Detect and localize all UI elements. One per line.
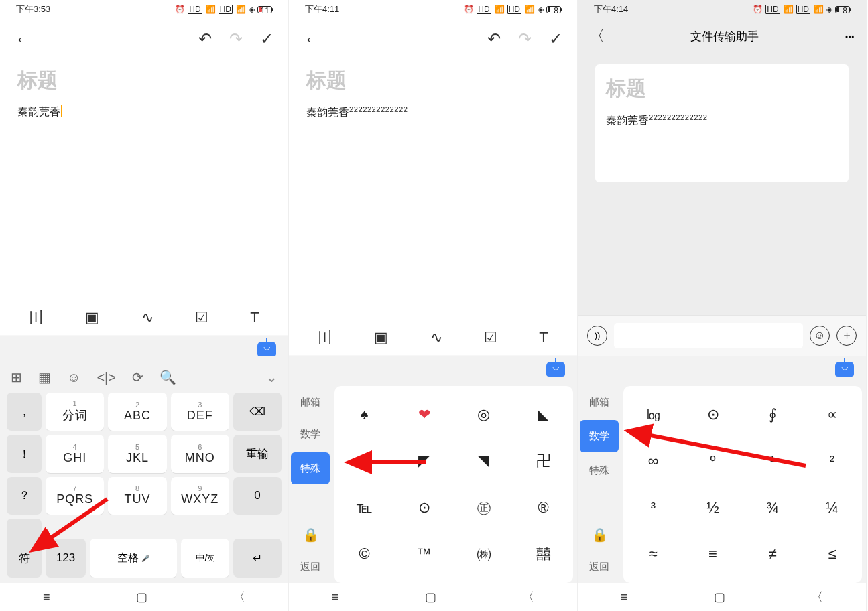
home-icon[interactable]: ▢	[425, 590, 436, 604]
key-8[interactable]: 8TUV	[108, 477, 166, 515]
sym-key[interactable]: ㏒	[623, 391, 683, 438]
checklist-icon[interactable]: ☑	[484, 329, 497, 346]
editor-content[interactable]: 标题 秦韵莞香2222222222222	[289, 59, 577, 320]
sym-key[interactable]: ◥	[454, 438, 513, 485]
sym-key[interactable]: ∮	[743, 391, 802, 438]
cat-special[interactable]: 特殊	[578, 454, 621, 486]
key-9[interactable]: 9WXYZ	[171, 477, 229, 515]
key-3[interactable]: 3DEF	[171, 393, 229, 431]
sym-key[interactable]: ®	[513, 484, 573, 531]
sym-key[interactable]: ∝	[802, 391, 862, 438]
sym-key[interactable]: ²	[802, 438, 862, 485]
sym-key[interactable]: ㈱	[454, 531, 513, 578]
cat-email[interactable]: 邮箱	[578, 386, 621, 418]
cat-math[interactable]: 数学	[289, 418, 332, 450]
draw-icon[interactable]: ∿	[430, 329, 442, 346]
sym-key[interactable]: ⊙	[683, 391, 743, 438]
sym-key[interactable]: ¼	[802, 484, 862, 531]
image-icon[interactable]: ▣	[85, 309, 99, 326]
back-icon[interactable]: ←	[15, 29, 32, 50]
sym-key[interactable]: ≡	[683, 531, 743, 578]
cat-return[interactable]: 返回	[578, 551, 621, 583]
number-key[interactable]: 123	[46, 539, 86, 578]
zero-key[interactable]: 0	[233, 477, 282, 515]
lock-icon[interactable]: 🔒	[289, 519, 332, 551]
draw-icon[interactable]: ∿	[141, 309, 153, 326]
key-7[interactable]: 7PQRS	[46, 477, 104, 515]
text-style-icon[interactable]: T	[250, 309, 259, 326]
title-placeholder[interactable]: 标题	[306, 67, 560, 94]
sym-key[interactable]: ¹	[743, 438, 802, 485]
space-key[interactable]: 空格🎤	[90, 539, 177, 578]
sym-key[interactable]: ❤	[394, 391, 454, 438]
body-text[interactable]: 秦韵莞香2222222222222	[306, 104, 560, 121]
sym-key[interactable]: ½	[683, 484, 743, 531]
sym-key[interactable]: ◣	[513, 391, 573, 438]
plus-icon[interactable]: ＋	[836, 326, 857, 346]
more-icon[interactable]: ···	[845, 29, 854, 44]
sym-key[interactable]: ≈	[623, 531, 683, 578]
key-1[interactable]: 1分词	[46, 393, 104, 431]
punct-key[interactable]: ，	[7, 393, 42, 431]
sym-key[interactable]: ≠	[743, 531, 802, 578]
sym-key[interactable]: ⊙	[394, 484, 454, 531]
punct-key[interactable]: ！	[7, 435, 42, 473]
sym-key[interactable]: ♠	[334, 391, 394, 438]
cursor-icon[interactable]: <|>	[97, 370, 116, 385]
key-6[interactable]: 6MNO	[171, 435, 229, 473]
sym-key[interactable]: ³	[623, 484, 683, 531]
paste-icon[interactable]: ⟳	[132, 369, 143, 385]
ime-robot-icon[interactable]	[257, 342, 276, 356]
ime-robot-icon[interactable]	[835, 362, 854, 377]
undo-icon[interactable]: ↶	[198, 29, 212, 48]
redo-icon[interactable]: ↷	[518, 29, 532, 48]
redo-icon[interactable]: ↷	[229, 29, 243, 48]
recent-icon[interactable]: ≡	[621, 590, 628, 604]
sym-key[interactable]: ◤	[394, 438, 454, 485]
home-icon[interactable]: ▢	[714, 590, 725, 604]
message-input[interactable]	[614, 323, 803, 348]
sym-key[interactable]: ㊣	[454, 484, 513, 531]
emoji-icon[interactable]: ☺	[810, 326, 830, 346]
text-style-icon[interactable]: T	[539, 329, 548, 346]
sym-key[interactable]: ™	[394, 531, 454, 578]
confirm-icon[interactable]: ✓	[549, 29, 562, 48]
sym-key[interactable]: ℡	[334, 484, 394, 531]
key-5[interactable]: 5JKL	[108, 435, 166, 473]
recent-icon[interactable]: ≡	[43, 590, 50, 604]
nav-back-icon[interactable]: 〈	[233, 589, 245, 605]
format-icon[interactable]: 〣	[318, 328, 332, 348]
backspace-key[interactable]: ⌫	[233, 393, 282, 431]
nav-back-icon[interactable]: 〈	[522, 589, 534, 605]
sym-key[interactable]: ¾	[743, 484, 802, 531]
reinput-key[interactable]: 重输	[233, 435, 282, 473]
key-2[interactable]: 2ABC	[108, 393, 166, 431]
cat-math[interactable]: 数学	[580, 420, 619, 452]
chat-content[interactable]: 标题 秦韵莞香2222222222222	[578, 54, 866, 315]
symbol-key[interactable]: 符	[7, 539, 42, 578]
undo-icon[interactable]: ↶	[487, 29, 501, 48]
cat-return[interactable]: 返回	[289, 551, 332, 583]
home-icon[interactable]: ▢	[136, 590, 147, 604]
editor-content[interactable]: 标题 秦韵莞香	[0, 59, 288, 300]
cat-special[interactable]: 特殊	[291, 452, 330, 484]
sym-key[interactable]: ©	[334, 531, 394, 578]
sym-key[interactable]: ≤	[802, 531, 862, 578]
cat-email[interactable]: 邮箱	[289, 386, 332, 418]
sym-key[interactable]: ◎	[454, 391, 513, 438]
collapse-icon[interactable]: ⌄	[265, 368, 277, 386]
body-text[interactable]: 秦韵莞香	[17, 104, 271, 120]
title-placeholder[interactable]: 标题	[17, 67, 271, 94]
voice-icon[interactable]: ))	[587, 326, 607, 346]
sym-key[interactable]: ◤	[334, 438, 394, 485]
key-4[interactable]: 4GHI	[46, 435, 104, 473]
punct-key[interactable]: ？	[7, 477, 42, 515]
lang-key[interactable]: 中/英	[181, 539, 229, 578]
recent-icon[interactable]: ≡	[332, 590, 339, 604]
sym-key[interactable]: ∞	[623, 438, 683, 485]
keyboard-icon[interactable]: ▦	[38, 369, 51, 385]
nav-back-icon[interactable]: 〈	[811, 589, 823, 605]
sym-key[interactable]: 囍	[513, 531, 573, 578]
enter-key[interactable]: ↵	[233, 539, 282, 578]
back-icon[interactable]: ←	[304, 29, 321, 50]
